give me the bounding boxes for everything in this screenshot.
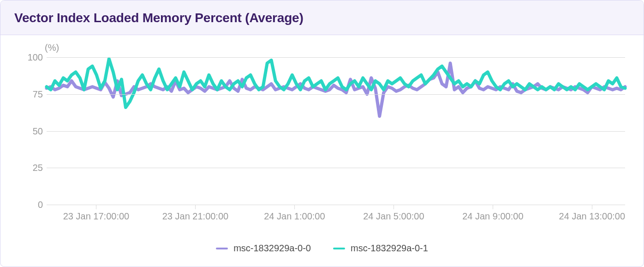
chart-header: Vector Index Loaded Memory Percent (Aver… bbox=[0, 0, 644, 35]
y-tick-label: 0 bbox=[20, 200, 43, 210]
legend-item-series-1[interactable]: msc-1832929a-0-1 bbox=[333, 243, 428, 254]
x-tick-mark bbox=[294, 205, 295, 209]
gridline bbox=[47, 94, 625, 95]
legend-label: msc-1832929a-0-0 bbox=[233, 243, 311, 254]
chart-panel: Vector Index Loaded Memory Percent (Aver… bbox=[0, 0, 644, 267]
chart-body: (%) 0255075100 23 Jan 17:00:0023 Jan 21:… bbox=[0, 35, 644, 260]
legend-label: msc-1832929a-0-1 bbox=[351, 243, 428, 254]
x-tick-mark bbox=[592, 205, 592, 209]
chart-legend: msc-1832929a-0-0 msc-1832929a-0-1 bbox=[0, 243, 644, 254]
y-tick-label: 25 bbox=[20, 163, 43, 173]
gridline bbox=[47, 57, 625, 58]
y-tick-label: 50 bbox=[20, 126, 43, 136]
x-tick-mark bbox=[493, 205, 493, 209]
x-tick-label: 24 Jan 13:00:00 bbox=[559, 211, 625, 222]
x-tick-label: 23 Jan 21:00:00 bbox=[162, 211, 228, 222]
legend-swatch-icon bbox=[216, 248, 228, 249]
x-tick-mark bbox=[96, 205, 96, 209]
y-axis-unit: (%) bbox=[45, 42, 59, 53]
legend-swatch-icon bbox=[333, 248, 345, 249]
x-tick-label: 24 Jan 5:00:00 bbox=[363, 211, 424, 222]
x-tick-mark bbox=[394, 205, 394, 209]
x-tick-mark bbox=[195, 205, 196, 209]
x-axis-ticks: 23 Jan 17:00:0023 Jan 21:00:0024 Jan 1:0… bbox=[47, 209, 625, 228]
gridline bbox=[47, 205, 625, 205]
x-tick-label: 24 Jan 1:00:00 bbox=[264, 211, 325, 222]
y-tick-label: 75 bbox=[20, 89, 43, 99]
legend-item-series-0[interactable]: msc-1832929a-0-0 bbox=[216, 243, 311, 254]
y-tick-label: 100 bbox=[20, 52, 43, 63]
x-tick-label: 24 Jan 9:00:00 bbox=[462, 211, 523, 222]
chart-title: Vector Index Loaded Memory Percent (Aver… bbox=[14, 11, 630, 25]
gridline bbox=[47, 168, 625, 168]
plot-area: 0255075100 bbox=[47, 57, 625, 205]
x-tick-label: 23 Jan 17:00:00 bbox=[63, 211, 129, 222]
gridline bbox=[47, 131, 625, 132]
